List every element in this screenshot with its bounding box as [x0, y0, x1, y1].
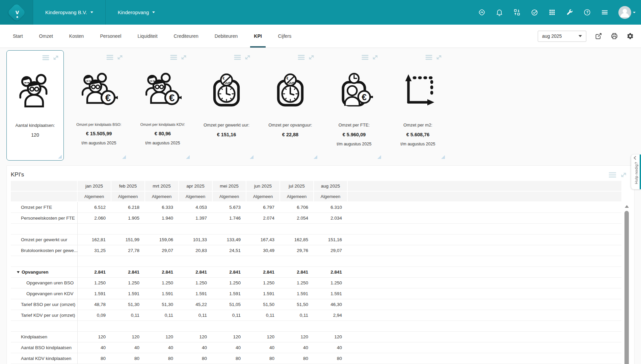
- card-expand-icon[interactable]: [308, 54, 315, 60]
- table-row-personeelskosten-per-fte[interactable]: Personeelskosten per FTE2.0601.9051.9401…: [11, 213, 621, 223]
- card-resize-handle[interactable]: [441, 155, 445, 159]
- month-header: feb 2025: [111, 181, 145, 191]
- table-row-brutoloonkosten-per-gewe[interactable]: Brutoloonkosten per gewe...31,2527,7829,…: [11, 245, 621, 256]
- kpi-table-panel: KPI's jan 2025feb 2025mrt 2025apr 2025me…: [6, 165, 635, 364]
- reorder-transfer-icon[interactable]: [513, 8, 521, 16]
- card-menu-icon[interactable]: [106, 54, 113, 60]
- tab-kosten[interactable]: Kosten: [61, 25, 92, 48]
- table-row-tarief-bso-per-uur-omzet[interactable]: Tarief BSO per uur (omzet)48,7851,3051,3…: [11, 299, 621, 310]
- tab-liquiditeit[interactable]: Liquiditeit: [129, 25, 165, 48]
- kpi-card[interactable]: Omzet per kindplaats KDV: € 80,96 t/m au…: [134, 50, 191, 161]
- card-menu-icon[interactable]: [42, 55, 49, 61]
- kpi-card[interactable]: Omzet per gewerkt uur: € 151,16: [198, 50, 255, 161]
- panel-expand-icon[interactable]: [620, 172, 627, 178]
- month-header: apr 2025: [179, 181, 212, 191]
- card-resize-handle[interactable]: [186, 155, 190, 159]
- value-cell: 6.218: [111, 202, 145, 213]
- print-icon[interactable]: [611, 32, 618, 40]
- kpi-card[interactable]: Omzet per opvanguur: € 22,88: [262, 50, 319, 161]
- period-select-value: aug 2025: [542, 33, 562, 39]
- tab-cijfers[interactable]: Cijfers: [270, 25, 300, 48]
- subheader-cell: Algemeen: [280, 191, 314, 202]
- table-row-aantal-kdv-kindplaatsen[interactable]: Aantal KDV kindplaatsen8080808080808080: [11, 353, 621, 364]
- panel-menu-icon[interactable]: [609, 172, 616, 178]
- collapse-row-icon[interactable]: [17, 271, 20, 273]
- notifications-bell-icon[interactable]: [496, 8, 503, 16]
- value-cell: [179, 320, 212, 331]
- scroll-up-icon[interactable]: [625, 205, 629, 208]
- card-resize-handle[interactable]: [314, 155, 317, 159]
- tab-start[interactable]: Start: [5, 25, 31, 48]
- month-header: jul 2025: [280, 181, 314, 191]
- value-cell: 1.591: [212, 288, 246, 299]
- table-scrollbar[interactable]: [624, 204, 629, 364]
- tab-debiteuren[interactable]: Debiteuren: [207, 25, 246, 48]
- card-menu-icon[interactable]: [170, 54, 177, 60]
- kpi-card[interactable]: Omzet per FTE: € 5.960,09 t/m augustus 2…: [325, 50, 383, 161]
- check-circle-icon[interactable]: [531, 8, 538, 16]
- tools-wrench-icon[interactable]: [566, 8, 573, 16]
- scrollbar-thumb[interactable]: [624, 211, 629, 364]
- card-expand-icon[interactable]: [52, 55, 59, 61]
- dashboard-gauge-icon[interactable]: [478, 8, 486, 16]
- kpi-card[interactable]: Aantal kindplaatsen: 120: [6, 50, 64, 161]
- value-cell: [145, 256, 179, 267]
- card-resize-handle[interactable]: [58, 155, 62, 159]
- table-row-opgevangen-uren-bso[interactable]: Opgevangen uren BSO1.2501.2501.2501.2501…: [11, 277, 621, 288]
- people-euro-icon: [80, 71, 118, 108]
- card-resize-handle[interactable]: [377, 155, 381, 159]
- help-tab[interactable]: Hulp nodig?: [631, 155, 641, 189]
- settings-gear-icon[interactable]: [626, 32, 634, 40]
- value-cell: 30,49: [246, 245, 280, 256]
- period-select[interactable]: aug 2025: [538, 31, 586, 42]
- administration-selector[interactable]: Kinderopvang: [105, 0, 167, 25]
- card-menu-icon[interactable]: [298, 54, 305, 60]
- tab-personeel[interactable]: Personeel: [92, 25, 129, 48]
- value-cell: 2.060: [77, 213, 111, 223]
- value-cell: 120: [179, 331, 212, 342]
- card-expand-icon[interactable]: [372, 54, 379, 60]
- value-cell: 46,30: [314, 299, 347, 310]
- kpi-card[interactable]: Omzet per kindplaats BSO: € 15.505,99 t/…: [70, 50, 128, 161]
- kpi-card[interactable]: Omzet per m2: € 5.608,76 t/m augustus 20…: [389, 50, 447, 161]
- card-resize-handle[interactable]: [122, 155, 126, 159]
- value-cell: 1.250: [77, 277, 111, 288]
- card-value: € 5.608,76: [389, 132, 447, 137]
- card-expand-icon[interactable]: [116, 54, 124, 60]
- card-menu-icon[interactable]: [425, 54, 432, 60]
- card-expand-icon[interactable]: [435, 54, 443, 60]
- value-cell: 27,78: [111, 245, 145, 256]
- company-selector[interactable]: Kinderopvang B.V.: [33, 0, 105, 25]
- tab-kpi[interactable]: KPI: [246, 25, 270, 48]
- table-row-opvanguren[interactable]: Opvanguren2.8412.8412.8412.8412.8412.841…: [11, 267, 621, 277]
- card-label: Aantal kindplaatsen:: [7, 123, 63, 128]
- help-circle-icon[interactable]: ?: [583, 8, 591, 16]
- table-row-kindplaatsen[interactable]: Kindplaatsen120120120120120120120120: [11, 331, 621, 342]
- tab-omzet[interactable]: Omzet: [31, 25, 61, 48]
- table-row-omzet-per-gewerkt-uur[interactable]: Omzet per gewerkt uur162,81151,99159,061…: [11, 234, 621, 245]
- card-resize-handle[interactable]: [250, 155, 253, 159]
- card-value: € 15.505,99: [70, 131, 128, 136]
- share-export-icon[interactable]: [595, 32, 602, 40]
- table-row-opgevangen-uren-kdv[interactable]: Opgevangen uren KDV1.5911.5911.5911.5911…: [11, 288, 621, 299]
- card-expand-icon[interactable]: [180, 54, 187, 60]
- row-label: Personeelskosten per FTE: [21, 216, 75, 221]
- table-row-omzet-per-fte[interactable]: Omzet per FTE6.5126.2186.3334.0535.6736.…: [11, 202, 621, 213]
- value-cell: 40: [246, 342, 280, 353]
- card-subtext: t/m augustus 2025: [70, 141, 128, 145]
- card-menu-icon[interactable]: [362, 54, 369, 60]
- value-cell: 51,30: [145, 299, 179, 310]
- value-cell: 6.797: [246, 202, 280, 213]
- row-label: Omzet per FTE: [21, 205, 52, 210]
- app-logo[interactable]: v: [0, 0, 33, 25]
- value-cell: 1.250: [314, 277, 347, 288]
- table-row-aantal-bso-kindplaatsen[interactable]: Aantal BSO kindplaatsen4040404040404040: [11, 342, 621, 353]
- user-menu[interactable]: [618, 6, 636, 19]
- table-row-tarief-kdv-per-uur-omzet[interactable]: Tarief KDV per uur (omzet)0,090,110,110,…: [11, 310, 621, 320]
- value-cell: 1.591: [145, 288, 179, 299]
- card-expand-icon[interactable]: [244, 54, 251, 60]
- hamburger-menu-icon[interactable]: [601, 8, 609, 16]
- card-menu-icon[interactable]: [234, 54, 241, 60]
- apps-grid-icon[interactable]: [548, 8, 556, 16]
- tab-crediteuren[interactable]: Crediteuren: [166, 25, 207, 48]
